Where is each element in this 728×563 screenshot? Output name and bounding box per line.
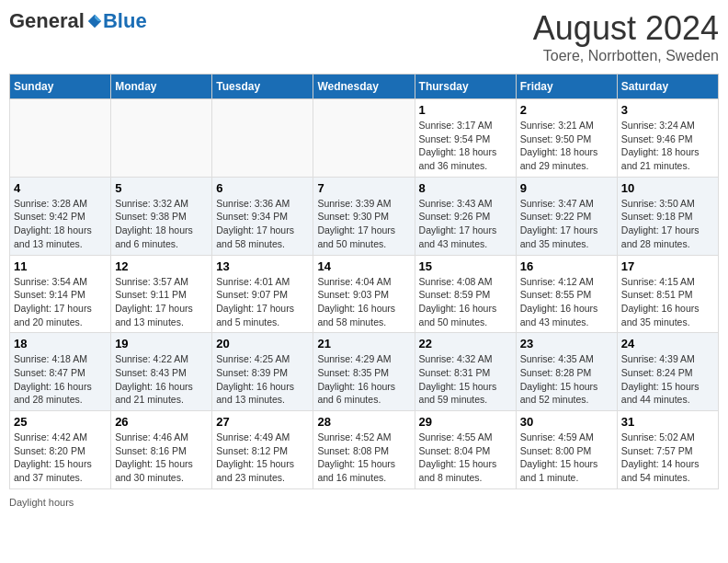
day-number: 29: [419, 415, 512, 429]
calendar-cell: 1Sunrise: 3:17 AMSunset: 9:54 PMDaylight…: [415, 99, 516, 178]
day-info: Sunrise: 4:08 AMSunset: 8:59 PMDaylight:…: [419, 275, 512, 329]
day-info: Sunrise: 4:55 AMSunset: 8:04 PMDaylight:…: [419, 431, 512, 485]
calendar-week-row: 4Sunrise: 3:28 AMSunset: 9:42 PMDaylight…: [10, 177, 719, 255]
day-number: 30: [520, 415, 613, 429]
day-info: Sunrise: 3:28 AMSunset: 9:42 PMDaylight:…: [14, 197, 107, 251]
day-info: Sunrise: 3:39 AMSunset: 9:30 PMDaylight:…: [317, 197, 410, 251]
calendar-week-row: 11Sunrise: 3:54 AMSunset: 9:14 PMDayligh…: [10, 255, 719, 333]
calendar-cell: 14Sunrise: 4:04 AMSunset: 9:03 PMDayligh…: [313, 255, 415, 333]
calendar-cell: 13Sunrise: 4:01 AMSunset: 9:07 PMDayligh…: [212, 255, 313, 333]
day-info: Sunrise: 4:52 AMSunset: 8:08 PMDaylight:…: [317, 431, 410, 485]
calendar-day-header: Friday: [516, 75, 617, 99]
calendar-day-header: Monday: [111, 75, 212, 99]
day-info: Sunrise: 3:43 AMSunset: 9:26 PMDaylight:…: [419, 197, 512, 251]
calendar-cell: 27Sunrise: 4:49 AMSunset: 8:12 PMDayligh…: [212, 411, 313, 489]
logo-blue-text: Blue: [103, 9, 147, 33]
calendar-cell: 15Sunrise: 4:08 AMSunset: 8:59 PMDayligh…: [415, 255, 516, 333]
day-number: 22: [419, 337, 512, 350]
day-number: 21: [317, 337, 410, 350]
day-number: 3: [621, 103, 714, 117]
day-info: Sunrise: 4:25 AMSunset: 8:39 PMDaylight:…: [216, 352, 309, 407]
calendar-cell: 3Sunrise: 3:24 AMSunset: 9:46 PMDaylight…: [617, 99, 718, 178]
day-info: Sunrise: 3:47 AMSunset: 9:22 PMDaylight:…: [520, 197, 613, 251]
day-number: 16: [520, 259, 613, 273]
calendar-header-row: SundayMondayTuesdayWednesdayThursdayFrid…: [10, 75, 719, 99]
day-number: 28: [317, 415, 410, 429]
header: General Blue August 2024 Toere, Norrbott…: [9, 9, 719, 64]
calendar-week-row: 25Sunrise: 4:42 AMSunset: 8:20 PMDayligh…: [10, 411, 719, 489]
calendar-cell: [10, 99, 111, 178]
day-number: 11: [14, 259, 107, 273]
day-info: Sunrise: 4:59 AMSunset: 8:00 PMDaylight:…: [520, 431, 613, 485]
calendar-day-header: Wednesday: [313, 75, 415, 99]
day-number: 20: [216, 337, 309, 350]
calendar-cell: 29Sunrise: 4:55 AMSunset: 8:04 PMDayligh…: [415, 411, 516, 489]
day-info: Sunrise: 4:46 AMSunset: 8:16 PMDaylight:…: [115, 431, 208, 485]
location-title: Toere, Norrbotten, Sweden: [533, 48, 719, 64]
calendar-cell: 23Sunrise: 4:35 AMSunset: 8:28 PMDayligh…: [516, 333, 617, 411]
day-number: 12: [115, 259, 208, 273]
calendar-cell: 18Sunrise: 4:18 AMSunset: 8:47 PMDayligh…: [10, 333, 111, 411]
day-info: Sunrise: 3:50 AMSunset: 9:18 PMDaylight:…: [621, 197, 714, 251]
day-info: Sunrise: 4:04 AMSunset: 9:03 PMDaylight:…: [317, 275, 410, 329]
day-info: Sunrise: 4:22 AMSunset: 8:43 PMDaylight:…: [115, 352, 208, 407]
day-info: Sunrise: 3:21 AMSunset: 9:50 PMDaylight:…: [520, 119, 613, 173]
day-info: Sunrise: 4:39 AMSunset: 8:24 PMDaylight:…: [621, 352, 714, 407]
day-number: 18: [14, 337, 107, 350]
calendar-cell: 2Sunrise: 3:21 AMSunset: 9:50 PMDaylight…: [516, 99, 617, 178]
calendar-cell: 7Sunrise: 3:39 AMSunset: 9:30 PMDaylight…: [313, 177, 415, 255]
calendar-cell: 9Sunrise: 3:47 AMSunset: 9:22 PMDaylight…: [516, 177, 617, 255]
month-title: August 2024: [533, 9, 719, 48]
day-info: Sunrise: 3:54 AMSunset: 9:14 PMDaylight:…: [14, 275, 107, 329]
day-number: 26: [115, 415, 208, 429]
calendar-week-row: 1Sunrise: 3:17 AMSunset: 9:54 PMDaylight…: [10, 99, 719, 178]
calendar-week-row: 18Sunrise: 4:18 AMSunset: 8:47 PMDayligh…: [10, 333, 719, 411]
day-number: 25: [14, 415, 107, 429]
day-info: Sunrise: 5:02 AMSunset: 7:57 PMDaylight:…: [621, 431, 714, 485]
calendar-cell: 31Sunrise: 5:02 AMSunset: 7:57 PMDayligh…: [617, 411, 718, 489]
day-number: 13: [216, 259, 309, 273]
day-info: Sunrise: 3:24 AMSunset: 9:46 PMDaylight:…: [621, 119, 714, 173]
day-number: 19: [115, 337, 208, 350]
calendar-cell: 12Sunrise: 3:57 AMSunset: 9:11 PMDayligh…: [111, 255, 212, 333]
day-info: Sunrise: 3:17 AMSunset: 9:54 PMDaylight:…: [419, 119, 512, 173]
day-info: Sunrise: 3:57 AMSunset: 9:11 PMDaylight:…: [115, 275, 208, 329]
calendar-cell: 30Sunrise: 4:59 AMSunset: 8:00 PMDayligh…: [516, 411, 617, 489]
calendar-cell: 25Sunrise: 4:42 AMSunset: 8:20 PMDayligh…: [10, 411, 111, 489]
day-number: 31: [621, 415, 714, 429]
calendar-cell: 22Sunrise: 4:32 AMSunset: 8:31 PMDayligh…: [415, 333, 516, 411]
calendar-cell: 5Sunrise: 3:32 AMSunset: 9:38 PMDaylight…: [111, 177, 212, 255]
calendar-cell: 11Sunrise: 3:54 AMSunset: 9:14 PMDayligh…: [10, 255, 111, 333]
calendar-table: SundayMondayTuesdayWednesdayThursdayFrid…: [9, 74, 719, 489]
day-info: Sunrise: 3:36 AMSunset: 9:34 PMDaylight:…: [216, 197, 309, 251]
calendar-day-header: Thursday: [415, 75, 516, 99]
logo: General Blue: [9, 9, 147, 33]
calendar-cell: 4Sunrise: 3:28 AMSunset: 9:42 PMDaylight…: [10, 177, 111, 255]
calendar-cell: [212, 99, 313, 178]
calendar-cell: 26Sunrise: 4:46 AMSunset: 8:16 PMDayligh…: [111, 411, 212, 489]
day-number: 27: [216, 415, 309, 429]
day-number: 6: [216, 181, 309, 195]
calendar-cell: 19Sunrise: 4:22 AMSunset: 8:43 PMDayligh…: [111, 333, 212, 411]
logo-area: General Blue: [9, 9, 147, 33]
calendar-cell: 21Sunrise: 4:29 AMSunset: 8:35 PMDayligh…: [313, 333, 415, 411]
day-number: 2: [520, 103, 613, 117]
calendar-cell: 28Sunrise: 4:52 AMSunset: 8:08 PMDayligh…: [313, 411, 415, 489]
day-info: Sunrise: 4:42 AMSunset: 8:20 PMDaylight:…: [14, 431, 107, 485]
day-info: Sunrise: 3:32 AMSunset: 9:38 PMDaylight:…: [115, 197, 208, 251]
day-info: Sunrise: 4:49 AMSunset: 8:12 PMDaylight:…: [216, 431, 309, 485]
calendar-cell: 20Sunrise: 4:25 AMSunset: 8:39 PMDayligh…: [212, 333, 313, 411]
day-number: 24: [621, 337, 714, 350]
day-number: 15: [419, 259, 512, 273]
day-number: 4: [14, 181, 107, 195]
calendar-day-header: Saturday: [617, 75, 718, 99]
day-number: 17: [621, 259, 714, 273]
calendar-cell: 10Sunrise: 3:50 AMSunset: 9:18 PMDayligh…: [617, 177, 718, 255]
day-info: Sunrise: 4:32 AMSunset: 8:31 PMDaylight:…: [419, 352, 512, 407]
calendar-cell: 6Sunrise: 3:36 AMSunset: 9:34 PMDaylight…: [212, 177, 313, 255]
calendar-cell: 16Sunrise: 4:12 AMSunset: 8:55 PMDayligh…: [516, 255, 617, 333]
day-number: 7: [317, 181, 410, 195]
day-number: 10: [621, 181, 714, 195]
day-info: Sunrise: 4:12 AMSunset: 8:55 PMDaylight:…: [520, 275, 613, 329]
day-number: 8: [419, 181, 512, 195]
